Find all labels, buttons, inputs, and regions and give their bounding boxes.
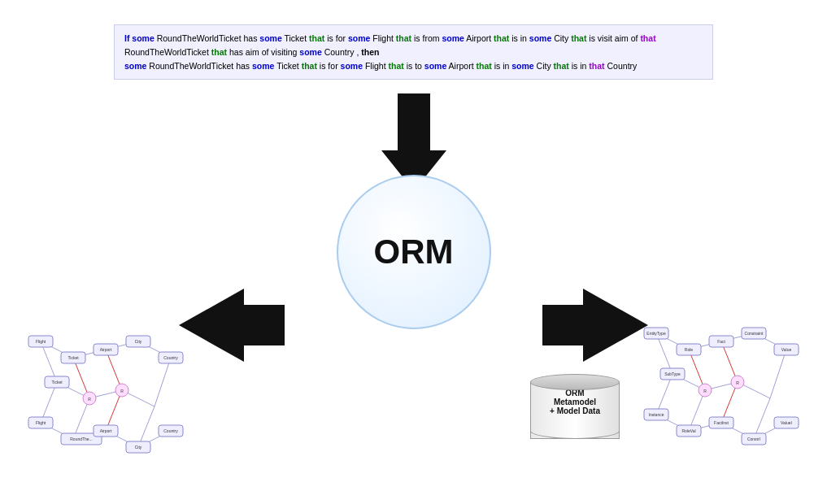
orm-circle: ORM bbox=[337, 175, 491, 329]
metamodel-cylinder-container: ORM Metamodel + Model Data bbox=[530, 374, 620, 439]
right-arrow-shape bbox=[542, 289, 648, 362]
svg-line-53 bbox=[770, 350, 786, 398]
svg-text:R: R bbox=[703, 389, 707, 393]
svg-text:RoundThe...: RoundThe... bbox=[70, 437, 93, 441]
logic-text-box: If some RoundTheWorldTicket has some Tic… bbox=[114, 24, 713, 80]
svg-line-8 bbox=[155, 358, 171, 406]
svg-text:Fact: Fact bbox=[717, 339, 725, 344]
svg-text:FactInst: FactInst bbox=[714, 420, 729, 425]
metamodel-label: ORM Metamodel + Model Data bbox=[531, 389, 619, 415]
arrow-left bbox=[179, 289, 285, 365]
svg-text:SubType: SubType bbox=[664, 371, 681, 376]
svg-text:Flight: Flight bbox=[36, 420, 46, 425]
svg-text:EntityType: EntityType bbox=[646, 331, 666, 336]
arrow-right bbox=[542, 289, 648, 365]
orm-label: ORM bbox=[374, 232, 454, 272]
page-container: If some RoundTheWorldTicket has some Tic… bbox=[0, 0, 827, 504]
svg-text:Value: Value bbox=[781, 347, 792, 352]
svg-text:City: City bbox=[135, 445, 142, 450]
left-arrow-shape bbox=[179, 289, 285, 362]
svg-text:Instance: Instance bbox=[649, 412, 664, 417]
text-line-3: some RoundTheWorldTicket has some Ticket… bbox=[124, 59, 703, 73]
svg-text:Airport: Airport bbox=[100, 347, 112, 352]
svg-text:Ticket: Ticket bbox=[67, 355, 79, 360]
diagram-right: EntityType Role Fact Constraint Value R … bbox=[624, 317, 819, 480]
svg-text:RoleVal: RoleVal bbox=[681, 428, 695, 433]
svg-text:R: R bbox=[120, 389, 124, 393]
svg-text:Airport: Airport bbox=[100, 428, 112, 433]
svg-text:Country: Country bbox=[163, 355, 178, 360]
svg-text:Flight: Flight bbox=[36, 339, 46, 344]
svg-text:R: R bbox=[736, 380, 739, 385]
svg-text:Ticket: Ticket bbox=[51, 380, 63, 385]
svg-text:Country: Country bbox=[163, 428, 178, 433]
svg-text:ValueI: ValueI bbox=[781, 420, 792, 425]
svg-text:City: City bbox=[135, 339, 142, 344]
text-line-1: If some RoundTheWorldTicket has some Tic… bbox=[124, 32, 703, 46]
diagram-left: .gnode { fill: #eeeeff; stroke: #8888cc;… bbox=[8, 317, 203, 480]
metamodel-cylinder: ORM Metamodel + Model Data bbox=[530, 374, 620, 439]
svg-text:ConstrI: ConstrI bbox=[747, 437, 760, 441]
svg-text:Role: Role bbox=[685, 347, 694, 352]
text-line-2: RoundTheWorldTicket that has aim of visi… bbox=[124, 46, 703, 59]
svg-text:Constraint: Constraint bbox=[745, 331, 764, 336]
svg-text:R: R bbox=[88, 397, 91, 402]
